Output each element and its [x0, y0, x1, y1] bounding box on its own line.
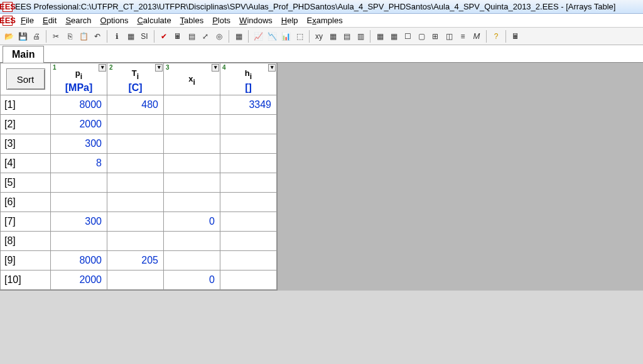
column-menu-icon[interactable]: ▾: [212, 64, 219, 72]
calc-icon[interactable]: 🖩: [509, 30, 522, 43]
table-cell[interactable]: [107, 232, 164, 251]
xy-icon[interactable]: xy: [313, 30, 325, 43]
table-cell[interactable]: [220, 270, 277, 290]
arrays-icon[interactable]: ▥: [354, 30, 367, 43]
table-cell[interactable]: [164, 115, 220, 134]
table-cell[interactable]: 8000: [51, 251, 107, 270]
table-cell[interactable]: 3349: [220, 95, 277, 115]
column-menu-icon[interactable]: ▾: [99, 64, 106, 72]
check-icon[interactable]: ✔: [158, 30, 170, 43]
table-cell[interactable]: 205: [107, 251, 164, 270]
row-header[interactable]: [7]: [1, 212, 51, 232]
table-cell[interactable]: [164, 173, 220, 193]
plot1-icon[interactable]: 📈: [252, 30, 264, 43]
menu-plots[interactable]: Plots: [208, 16, 235, 25]
row-header[interactable]: [5]: [1, 173, 51, 193]
sort-button[interactable]: Sort: [6, 68, 45, 90]
column-header-h[interactable]: 4 ▾ hi []: [220, 63, 277, 95]
tb1-icon[interactable]: ▦: [374, 30, 386, 43]
paste-icon[interactable]: 📋: [77, 30, 90, 43]
plot3-icon[interactable]: 📊: [279, 30, 292, 43]
column-menu-icon[interactable]: ▾: [155, 64, 163, 72]
column-header-p[interactable]: 1 ▾ pi [MPa]: [51, 63, 107, 95]
row-header[interactable]: [3]: [1, 134, 51, 154]
macro-icon[interactable]: ≡: [457, 30, 469, 43]
info-icon[interactable]: ℹ: [111, 30, 123, 43]
minmax-icon[interactable]: ⤢: [199, 30, 212, 43]
table-cell[interactable]: [164, 95, 220, 115]
menu-options[interactable]: Options: [96, 16, 133, 25]
table-cell[interactable]: [220, 232, 277, 251]
new-table-icon[interactable]: ▦: [232, 30, 245, 43]
undo-icon[interactable]: ↶: [91, 30, 104, 43]
copy-icon[interactable]: ⎘: [63, 30, 76, 43]
column-header-x[interactable]: 3 ▾ xi: [164, 63, 220, 95]
menu-tables[interactable]: Tables: [176, 16, 208, 25]
menu-examples[interactable]: Examples: [303, 16, 347, 25]
table-cell[interactable]: 2000: [51, 270, 107, 290]
table-cell[interactable]: [107, 212, 164, 232]
table-cell[interactable]: 0: [164, 270, 220, 290]
row-header[interactable]: [6]: [1, 193, 51, 212]
tb2-icon[interactable]: ▦: [387, 30, 400, 43]
row-header[interactable]: [1]: [1, 95, 51, 115]
table-cell[interactable]: [51, 232, 107, 251]
row-header[interactable]: [2]: [1, 115, 51, 134]
row-header[interactable]: [9]: [1, 251, 51, 270]
table-cell[interactable]: [164, 193, 220, 212]
table-cell[interactable]: 2000: [51, 115, 107, 134]
menu-edit[interactable]: Edit: [38, 16, 61, 25]
tb5-icon[interactable]: ⊞: [429, 30, 441, 43]
row-header[interactable]: [10]: [1, 270, 51, 290]
row-header[interactable]: [4]: [1, 154, 51, 173]
table-cell[interactable]: [220, 115, 277, 134]
format-icon[interactable]: ▤: [340, 30, 353, 43]
tab-main[interactable]: Main: [3, 46, 44, 63]
menu-help[interactable]: Help: [277, 16, 303, 25]
print-icon[interactable]: 🖨: [30, 30, 43, 43]
macro2-icon[interactable]: M: [470, 30, 483, 43]
solve-icon[interactable]: 🖩: [171, 30, 184, 43]
table-cell[interactable]: [220, 134, 277, 154]
table-cell[interactable]: 8000: [51, 95, 107, 115]
table-cell[interactable]: [220, 251, 277, 270]
table-cell[interactable]: 480: [107, 95, 164, 115]
cut-icon[interactable]: ✂: [50, 30, 62, 43]
open-icon[interactable]: 📂: [3, 30, 15, 43]
table-cell[interactable]: [220, 173, 277, 193]
table-cell[interactable]: [107, 270, 164, 290]
help-icon[interactable]: ?: [490, 30, 502, 43]
table-cell[interactable]: [220, 154, 277, 173]
table-cell[interactable]: 8: [51, 154, 107, 173]
table-cell[interactable]: [164, 232, 220, 251]
tb6-icon[interactable]: ◫: [443, 30, 455, 43]
table-cell[interactable]: [107, 154, 164, 173]
eqn-icon[interactable]: ▦: [327, 30, 339, 43]
table-cell[interactable]: [164, 251, 220, 270]
uncertainty-icon[interactable]: ◎: [213, 30, 225, 43]
table-cell[interactable]: [164, 134, 220, 154]
menu-search[interactable]: Search: [61, 16, 95, 25]
table-cell[interactable]: 0: [164, 212, 220, 232]
save-icon[interactable]: 💾: [16, 30, 29, 43]
table-cell[interactable]: [51, 173, 107, 193]
table-cell[interactable]: 300: [51, 212, 107, 232]
table-cell[interactable]: [107, 115, 164, 134]
units-icon[interactable]: SI: [138, 30, 151, 43]
menu-calculate[interactable]: Calculate: [132, 16, 175, 25]
menu-file[interactable]: File: [16, 16, 38, 25]
tb3-icon[interactable]: ☐: [401, 30, 414, 43]
table-cell[interactable]: [107, 173, 164, 193]
table-cell[interactable]: [164, 154, 220, 173]
plot2-icon[interactable]: 📉: [266, 30, 278, 43]
column-header-t[interactable]: 2 ▾ Ti [C]: [107, 63, 164, 95]
solve-table-icon[interactable]: ▤: [185, 30, 198, 43]
functions-icon[interactable]: ▦: [124, 30, 137, 43]
row-header[interactable]: [8]: [1, 232, 51, 251]
table-cell[interactable]: 300: [51, 134, 107, 154]
table-cell[interactable]: [107, 193, 164, 212]
plot4-icon[interactable]: ⬚: [293, 30, 306, 43]
table-cell[interactable]: [220, 212, 277, 232]
table-cell[interactable]: [220, 193, 277, 212]
table-cell[interactable]: [107, 134, 164, 154]
